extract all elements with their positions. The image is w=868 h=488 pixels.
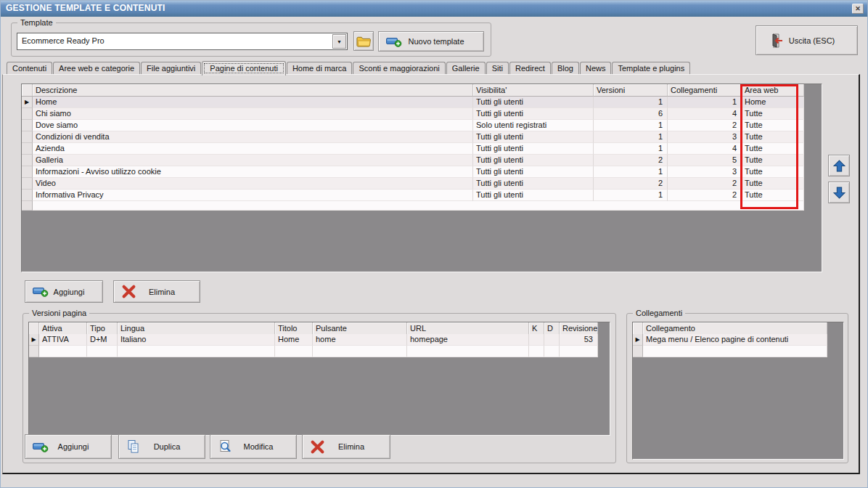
table-row[interactable]: ▶ ATTIVA D+M Italiano Home home homepage… <box>29 334 598 346</box>
add-page-button[interactable]: Aggiungi <box>25 280 103 303</box>
col-header-lingua[interactable]: Lingua <box>118 322 275 335</box>
col-header-collegamento[interactable]: Collegamento <box>643 322 827 335</box>
cell-url: homepage <box>407 334 529 346</box>
table-row[interactable]: Dove siamo Solo utenti registrati 1 2 Tu… <box>22 120 804 131</box>
exit-door-icon <box>766 32 784 49</box>
table-row-empty[interactable] <box>633 346 827 357</box>
tab-siti[interactable]: Siti <box>486 62 509 74</box>
cell-empty <box>275 346 313 357</box>
row-selector <box>22 166 33 178</box>
versions-table-header: Attiva Tipo Lingua Titolo Pulsante URL K… <box>29 322 598 335</box>
tab-redirect[interactable]: Redirect <box>509 62 551 74</box>
tab-blog[interactable]: Blog <box>552 62 579 74</box>
modify-version-button[interactable]: Modifica <box>210 434 297 459</box>
cell-collegamenti: 2 <box>668 120 742 131</box>
tab-home-di-marca[interactable]: Home di marca <box>287 62 353 74</box>
cell-descrizione: Dove siamo <box>33 120 473 131</box>
delete-version-button[interactable]: Elimina <box>302 434 390 459</box>
table-row[interactable]: Galleria Tutti gli utenti 2 5 Tutte <box>22 155 804 166</box>
move-up-button[interactable] <box>828 155 850 176</box>
cell-collegamenti: 1 <box>668 97 742 108</box>
cell-versioni: 1 <box>594 97 668 108</box>
links-table[interactable]: Collegamento ▶ Mega menu / Elenco pagine… <box>632 322 844 460</box>
cell-collegamenti: 2 <box>668 178 742 190</box>
template-select[interactable]: Ecommerce Ready Pro ▼ <box>17 33 348 50</box>
open-folder-button[interactable] <box>353 31 374 51</box>
table-row[interactable]: Informativa Privacy Tutti gli utenti 1 2… <box>22 190 804 201</box>
tab-contenuti[interactable]: Contenuti <box>7 62 52 74</box>
cell-empty <box>39 346 87 357</box>
cell-versioni: 1 <box>594 166 668 178</box>
cell-versioni: 6 <box>594 108 668 120</box>
col-header-pulsante[interactable]: Pulsante <box>313 322 407 335</box>
arrow-down-icon <box>832 186 846 200</box>
col-header-url[interactable]: URL <box>407 322 529 335</box>
selector-column-header <box>22 84 33 97</box>
row-selector <box>22 143 33 155</box>
cell-descrizione: Galleria <box>33 155 473 166</box>
col-header-titolo[interactable]: Titolo <box>275 322 313 335</box>
cell-visibilita: Tutti gli utenti <box>473 166 594 178</box>
cell-empty <box>643 346 827 357</box>
versions-table-body: ▶ ATTIVA D+M Italiano Home home homepage… <box>29 334 598 357</box>
exit-button[interactable]: Uscita (ESC) <box>756 25 858 55</box>
table-row-empty[interactable] <box>29 346 598 357</box>
table-row[interactable]: Chi siamo Tutti gli utenti 6 4 Tutte <box>22 108 804 120</box>
pages-table-header: Descrizione Visibilita' Versioni Collega… <box>22 84 804 97</box>
pages-table[interactable]: Descrizione Visibilita' Versioni Collega… <box>21 84 822 272</box>
cell-collegamenti: 5 <box>668 155 742 166</box>
magnifier-document-icon <box>218 439 232 454</box>
cell-descrizione: Chi siamo <box>33 108 473 120</box>
duplicate-version-button[interactable]: Duplica <box>118 434 205 459</box>
chevron-down-icon[interactable]: ▼ <box>332 34 346 49</box>
tab-aree-web-e-categorie[interactable]: Aree web e categorie <box>53 62 140 74</box>
col-header-revisione[interactable]: Revisione <box>560 322 598 335</box>
cell-descrizione: Azienda <box>33 143 473 155</box>
cell-visibilita: Solo utenti registrati <box>473 120 594 131</box>
cell-lingua: Italiano <box>118 334 275 346</box>
close-icon[interactable]: ✕ <box>852 4 864 14</box>
tab-pagine-di-contenuti[interactable]: Pagine di contenuti <box>202 61 286 76</box>
links-table-body: ▶ Mega menu / Elenco pagine di contenuti <box>633 334 827 357</box>
cell-pulsante: home <box>313 334 407 346</box>
cell-visibilita: Tutti gli utenti <box>473 190 594 201</box>
col-header-versioni[interactable]: Versioni <box>594 84 668 97</box>
cell-empty <box>407 346 529 357</box>
selector-column-header <box>29 322 39 335</box>
cell-empty <box>313 346 407 357</box>
cell-descrizione: Informazioni - Avviso utilizzo cookie <box>33 166 473 178</box>
cell-descrizione: Condizioni di vendita <box>33 131 473 143</box>
table-row[interactable]: Condizioni di vendita Tutti gli utenti 1… <box>22 131 804 143</box>
cell-collegamenti: 3 <box>668 166 742 178</box>
window-title: GESTIONE TEMPLATE E CONTENUTI <box>6 3 165 13</box>
tab-sconti-e-maggiorazioni[interactable]: Sconti e maggiorazioni <box>353 62 445 74</box>
tab-gallerie[interactable]: Gallerie <box>446 62 486 74</box>
add-version-button[interactable]: Aggiungi <box>25 434 112 459</box>
table-row[interactable]: ▶ Mega menu / Elenco pagine di contenuti <box>633 334 827 346</box>
move-down-button[interactable] <box>828 182 850 203</box>
add-icon <box>386 36 402 47</box>
row-selector <box>22 131 33 143</box>
col-header-descrizione[interactable]: Descrizione <box>33 84 473 97</box>
table-row-empty[interactable] <box>22 201 804 211</box>
tab-news[interactable]: News <box>580 62 612 74</box>
col-header-visibilita[interactable]: Visibilita' <box>473 84 594 97</box>
col-header-collegamenti[interactable]: Collegamenti <box>668 84 742 97</box>
table-row[interactable]: Azienda Tutti gli utenti 1 4 Tutte <box>22 143 804 155</box>
new-template-button[interactable]: Nuovo template <box>378 31 484 52</box>
tab-file-aggiuntivi[interactable]: File aggiuntivi <box>141 62 201 74</box>
table-row[interactable]: Video Tutti gli utenti 2 2 Tutte <box>22 178 804 190</box>
tab-template-e-plugins[interactable]: Template e plugins <box>612 62 690 74</box>
col-header-k[interactable]: K <box>529 322 544 335</box>
cell-collegamento: Mega menu / Elenco pagine di contenuti <box>643 334 827 346</box>
table-row[interactable]: Informazioni - Avviso utilizzo cookie Tu… <box>22 166 804 178</box>
col-header-attiva[interactable]: Attiva <box>39 322 87 335</box>
cell-collegamenti: 3 <box>668 131 742 143</box>
arrow-up-icon <box>832 159 846 173</box>
col-header-tipo[interactable]: Tipo <box>87 322 118 335</box>
col-header-d[interactable]: D <box>544 322 560 335</box>
table-row[interactable]: ▶ Home Tutti gli utenti 1 1 Home <box>22 97 804 108</box>
delete-page-button[interactable]: Elimina <box>113 280 200 303</box>
versions-table[interactable]: Attiva Tipo Lingua Titolo Pulsante URL K… <box>28 322 610 436</box>
cell-versioni: 2 <box>594 155 668 166</box>
